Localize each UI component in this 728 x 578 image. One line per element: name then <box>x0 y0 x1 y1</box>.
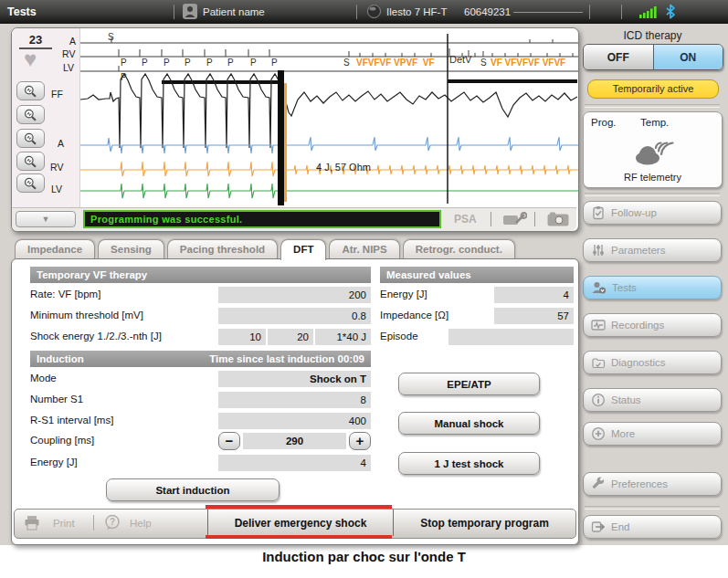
help-button[interactable]: Help <box>130 518 152 529</box>
sidebar-item-parameters[interactable]: Parameters <box>583 238 722 262</box>
row-label: Mode <box>30 373 57 384</box>
ecg-zoom-button-2[interactable] <box>16 105 45 124</box>
icd-therapy-title: ICD therapy <box>581 29 724 42</box>
param-value-coupling[interactable]: 290 <box>243 433 346 449</box>
row-label: Minimum threshold [mV] <box>30 310 143 321</box>
tab-retrogr-conduct[interactable]: Retrogr. conduct. <box>403 239 515 258</box>
row-label: Shock energy 1./2./3.-nth [J] <box>30 331 162 342</box>
param-value-mode[interactable]: Shock on T <box>218 371 371 387</box>
tools-button[interactable] <box>501 212 527 227</box>
sidebar-item-label: Status <box>611 394 641 405</box>
topbar-divider <box>621 5 622 19</box>
measured-episode <box>448 329 574 345</box>
marker-rv-pace: P <box>185 58 191 68</box>
tab-dft[interactable]: DFT <box>280 239 326 260</box>
a-trace <box>80 137 578 153</box>
marker-rv-pace: P <box>164 58 170 68</box>
sidebar-item-label: Recordings <box>611 320 664 331</box>
coupling-increment-button[interactable]: + <box>349 432 371 450</box>
marker-vf-sequence: VF VFVFVF VFVF <box>491 58 565 68</box>
shock-artifact-rv <box>284 83 287 202</box>
sidebar-item-preferences[interactable]: Preferences <box>583 472 722 496</box>
toolbar-divider <box>93 515 94 531</box>
ecg-zoom-button-3[interactable] <box>16 129 45 148</box>
marker-rv-pace: P <box>142 58 148 68</box>
print-button[interactable]: Print <box>53 518 75 529</box>
manual-shock-button[interactable]: Manual shock <box>398 412 540 435</box>
icd-off-button[interactable]: OFF <box>584 45 654 69</box>
magnifier-wave-icon <box>24 132 37 145</box>
status-divider <box>491 212 491 226</box>
sidebar-item-more[interactable]: More <box>583 422 722 446</box>
help-icon: ? <box>104 514 121 531</box>
param-value-energy[interactable]: 4 <box>218 455 371 471</box>
snapshot-button[interactable] <box>547 212 570 226</box>
param-value-rate-vf[interactable]: 200 <box>218 287 371 303</box>
sidebar-item-tests[interactable]: Tests <box>583 276 722 300</box>
param-value-shock-energy-3[interactable]: 1*40 J <box>315 329 371 345</box>
emergency-shock-highlight-top <box>206 505 392 509</box>
top-bar: Tests Patient name Ilesto 7 HF-T 6064923… <box>0 0 728 24</box>
chart-check-icon <box>591 355 606 370</box>
sidebar-item-status[interactable]: Status <box>583 388 722 412</box>
stop-temporary-program-button[interactable]: Stop temporary program <box>396 517 574 530</box>
measured-impedance: 57 <box>494 308 574 324</box>
device-icon <box>367 5 381 18</box>
ecg-zoom-button-5[interactable] <box>16 173 45 193</box>
device-serial: 60649231 <box>464 6 511 17</box>
sidebar-item-end[interactable]: End <box>583 515 722 539</box>
tab-atr-nips[interactable]: Atr. NIPS <box>329 239 399 258</box>
app-window: 23 ♥ A RV LV FF A RV LV <box>0 24 728 545</box>
marker-rv-sense: S <box>480 58 487 68</box>
row-label: Energy [J] <box>380 289 427 300</box>
param-value-min-threshold[interactable]: 0.8 <box>218 308 371 324</box>
emergency-shock-highlight-bottom <box>206 535 392 539</box>
param-value-rs1-interval[interactable]: 400 <box>218 413 371 429</box>
sidebar-item-diagnostics[interactable]: Diagnostics <box>583 351 722 374</box>
tab-pacing-threshold[interactable]: Pacing threshold <box>167 239 278 258</box>
sidebar-item-recordings[interactable]: Recordings <box>583 313 722 337</box>
wrench-icon <box>591 477 606 491</box>
magnifier-wave-icon <box>24 85 37 98</box>
sidebar-item-follow-up[interactable]: Follow-up <box>583 201 722 225</box>
trace-label-rv: RV <box>50 162 63 173</box>
start-induction-button[interactable]: Start induction <box>106 478 280 501</box>
topbar-divider <box>174 5 174 19</box>
arrow-right-icon <box>591 520 606 534</box>
marker-vf-sequence: VFVFVF VPVF VF <box>356 58 435 68</box>
marker-a-sense: S <box>108 32 114 42</box>
tab-sensing[interactable]: Sensing <box>98 239 164 258</box>
sidebar-item-label: More <box>611 428 635 439</box>
section-header-induction: Induction Time since last induction 00:0… <box>30 351 371 367</box>
sidebar-divider <box>585 506 720 510</box>
coupling-decrement-button[interactable]: − <box>218 432 240 450</box>
dft-tab-content: Temporary VF therapy Rate: VF [bpm] 200 … <box>11 258 579 545</box>
trace-dropdown-button[interactable]: ▼ <box>16 211 76 227</box>
tab-bar: Impedance Sensing Pacing threshold DFT A… <box>15 239 515 259</box>
trace-label-a: A <box>58 138 64 149</box>
one-j-test-shock-button[interactable]: 1 J test shock <box>398 452 540 475</box>
ecg-zoom-button-1[interactable] <box>16 81 45 100</box>
trace-label-lv: LV <box>51 184 62 194</box>
psa-label[interactable]: PSA <box>454 213 477 226</box>
shock-artifact <box>278 70 284 205</box>
ecg-zoom-button-4[interactable] <box>16 152 45 171</box>
param-value-shock-energy-2[interactable]: 20 <box>268 329 313 345</box>
rf-telemetry-panel[interactable]: Prog. Temp. RF telemetry <box>583 111 723 188</box>
topbar-divider <box>356 5 357 19</box>
waveform-icon <box>591 318 606 332</box>
section-header-measured-values: Measured values <box>380 267 574 283</box>
induction-timer: Time since last induction 00:09 <box>209 351 364 367</box>
icd-therapy-toggle: OFF ON <box>583 44 723 70</box>
param-value-number-s1[interactable]: 8 <box>218 392 371 408</box>
deliver-emergency-shock-button[interactable]: Deliver emergency shock <box>210 517 391 530</box>
epe-atp-button[interactable]: EPE/ATP <box>398 373 540 395</box>
measured-energy: 4 <box>494 287 574 303</box>
shock-annotation: 4 J, 57 Ohm <box>316 162 371 173</box>
param-value-shock-energy-1[interactable]: 10 <box>218 329 266 345</box>
sidebar-divider <box>585 104 720 108</box>
icd-on-button[interactable]: ON <box>654 45 723 69</box>
burst-marker-bar <box>162 80 283 84</box>
row-label: Impedance [Ω] <box>380 310 448 321</box>
tab-impedance[interactable]: Impedance <box>15 239 95 258</box>
